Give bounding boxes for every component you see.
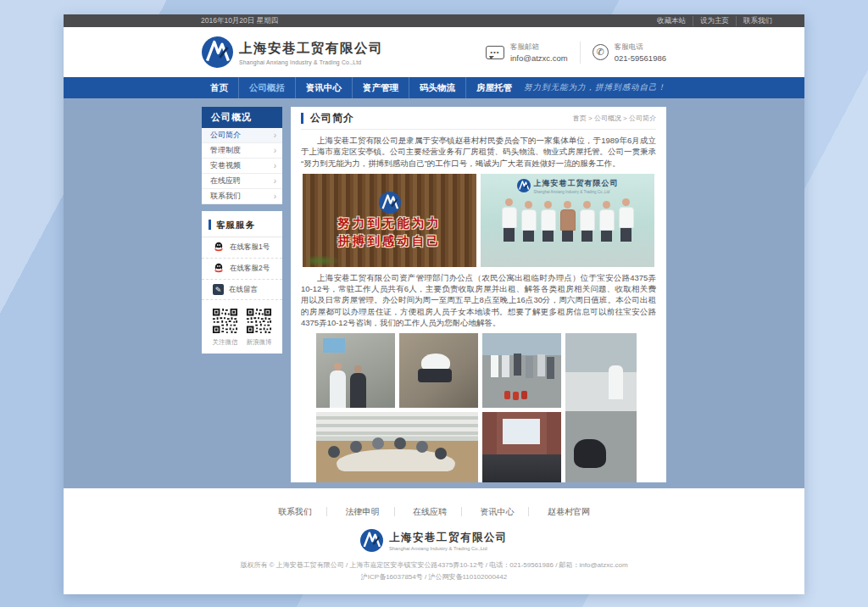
nav-item-logistics[interactable]: 码头物流: [409, 77, 466, 98]
company-logo-icon: [202, 36, 233, 68]
service-label: 在线客服1号: [230, 242, 270, 253]
motto-line-1: 努力到无能为力: [337, 215, 442, 231]
company-logo-icon: [360, 529, 383, 552]
footer-links: 联系我们 法律申明 在线应聘 资讯中心 赵巷村官网: [64, 503, 804, 518]
page-title: 公司简介: [301, 113, 354, 124]
banner-motto-image: 努力到无能为力 拼搏到感动自己: [303, 174, 476, 267]
qr-label-weibo: 新浪微博: [247, 338, 272, 347]
intro-paragraph-2: 上海安巷工贸有限公司资产管理部门办公点（农民公寓出租临时办理点）位于宝安公路43…: [301, 272, 656, 328]
company-name: 上海安巷工贸有限公司: [239, 40, 383, 58]
person-figure: [521, 201, 537, 242]
company-logo-icon: [379, 192, 401, 214]
header: 上海安巷工贸有限公司 Shanghai Anxiang Industry & T…: [64, 27, 804, 77]
team-figures: [502, 198, 634, 242]
online-message[interactable]: ✎ 在线留言: [202, 280, 282, 300]
wechat-qr-code: [212, 308, 238, 334]
phone-value: 021-59561986: [615, 53, 666, 63]
person-figure: [560, 201, 576, 242]
nav-item-assets[interactable]: 资产管理: [353, 77, 409, 98]
photo-meeting-room: [316, 412, 478, 482]
footer-link-contact[interactable]: 联系我们: [264, 507, 327, 516]
qr-codes: 关注微信 新浪微博: [202, 300, 282, 347]
photo-training-room: [482, 412, 561, 482]
banner-company-name-en: Shanghai Anxiang Industry & Trading Co.,…: [534, 190, 619, 194]
topbar-link-homepage[interactable]: 设为主页: [693, 16, 737, 26]
service-label: 在线客服2号: [230, 264, 270, 274]
contact-divider: [580, 42, 581, 64]
photo-outdoor-repair: [565, 333, 637, 482]
topbar-link-contact[interactable]: 联系我们: [737, 16, 772, 26]
date-text: 2016年10月20日 星期四: [201, 16, 278, 26]
nav-item-company[interactable]: 公司概括: [239, 77, 296, 98]
sidebar-item-contact[interactable]: 联系我们: [202, 189, 282, 204]
person-figure: [580, 201, 595, 242]
nav-slogan: 努力到无能为力，拼搏到感动自己！: [524, 82, 666, 93]
footer-brand: 上海安巷工贸有限公司 Shanghai Anxiang Industry & T…: [64, 529, 804, 552]
photo-ground-work: [399, 333, 478, 408]
online-service-1[interactable]: 在线客服1号: [202, 237, 282, 259]
brand-logo[interactable]: 上海安巷工贸有限公司 Shanghai Anxiang Industry & T…: [202, 36, 383, 68]
nav-item-news[interactable]: 资讯中心: [296, 77, 353, 98]
sidebar-menu: 公司简介 管理制度 安巷视频 在线应聘 联系我们: [202, 128, 282, 204]
photo-fire-drill: [482, 333, 561, 408]
main-content: 公司简介 首页 > 公司概况 > 公司简介 上海安巷工贸有限公司是隶属于安亭镇赵…: [291, 107, 666, 482]
intro-paragraph-1: 上海安巷工贸有限公司是隶属于安亭镇赵巷村村民委员会下的一家集体单位，于1989年…: [301, 135, 656, 169]
email-value: info@atzxc.com: [510, 53, 568, 63]
service-label: 在线留言: [229, 285, 258, 295]
photo-collage: [316, 333, 641, 482]
email-label: 客服邮箱: [510, 42, 568, 53]
breadcrumb: 首页 > 公司概况 > 公司简介: [573, 114, 656, 123]
email-contact: ••• 客服邮箱 info@atzxc.com: [486, 42, 568, 63]
sidebar-item-intro[interactable]: 公司简介: [202, 128, 282, 143]
footer-company-name: 上海安巷工贸有限公司: [389, 531, 508, 545]
person-figure: [541, 201, 556, 242]
phone-icon: ✆: [593, 44, 609, 60]
copyright-line: 版权所有 © 上海安巷工贸有限公司 / 上海市嘉定区安亭镇宝安公路4375弄10…: [64, 560, 804, 571]
photo-notice-posting: [316, 333, 395, 408]
topbar-link-favorite[interactable]: 收藏本站: [650, 16, 693, 26]
person-figure: [619, 198, 634, 242]
online-service-2[interactable]: 在线客服2号: [202, 259, 282, 280]
company-name-en: Shanghai Anxiang Industry & Trading Co.,…: [239, 59, 383, 65]
banner-company-name: 上海安巷工贸有限公司: [534, 178, 619, 189]
footer-link-news[interactable]: 资讯中心: [465, 507, 529, 516]
weibo-qr-code: [246, 308, 272, 334]
footer-link-jobs[interactable]: 在线应聘: [398, 507, 462, 516]
banner-images: 努力到无能为力 拼搏到感动自己 上海安巷工贸有限公司 Shanghai Anxi…: [303, 174, 654, 267]
sidebar-item-rules[interactable]: 管理制度: [202, 143, 282, 159]
topbar: 2016年10月20日 星期四 收藏本站 设为主页 联系我们: [64, 14, 804, 27]
company-logo-icon: [517, 179, 531, 192]
sidebar-section-title: 公司概况: [202, 107, 282, 128]
site-card: 2016年10月20日 星期四 收藏本站 设为主页 联系我们 上海安巷工贸有限公…: [64, 14, 804, 593]
nav-item-housing[interactable]: 房屋托管: [466, 77, 522, 98]
service-card: 客服服务 在线客服1号 在线客服2号 ✎ 在线留言: [202, 211, 282, 354]
footer-company-name-en: Shanghai Anxiang Industry & Trading Co.,…: [389, 546, 508, 551]
phone-label: 客服电话: [615, 42, 666, 53]
motto-line-2: 拼搏到感动自己: [337, 233, 442, 249]
company-menu-card: 公司概况 公司简介 管理制度 安巷视频 在线应聘 联系我们: [202, 107, 282, 204]
topbar-links: 收藏本站 设为主页 联系我们: [650, 16, 772, 26]
sidebar-item-video[interactable]: 安巷视频: [202, 159, 282, 174]
mail-bubble-icon: •••: [486, 46, 504, 59]
phone-contact: ✆ 客服电话 021-59561986: [593, 42, 666, 63]
footer-link-village-site[interactable]: 赵巷村官网: [533, 507, 604, 516]
message-pencil-icon: ✎: [213, 284, 224, 295]
sidebar: 公司概况 公司简介 管理制度 安巷视频 在线应聘 联系我们 客服服务: [202, 107, 282, 482]
icp-line: 沪ICP备16037854号 / 沪公网安备110102000442: [64, 571, 804, 583]
header-contacts: ••• 客服邮箱 info@atzxc.com ✆ 客服电话 021-59561…: [486, 42, 666, 64]
content-band: 公司概况 公司简介 管理制度 安巷视频 在线应聘 联系我们 客服服务: [64, 98, 804, 488]
footer: 联系我们 法律申明 在线应聘 资讯中心 赵巷村官网 上海安巷工贸有限公司 Sha…: [64, 488, 804, 594]
qq-icon: [213, 242, 225, 253]
service-section-title: 客服服务: [209, 220, 255, 230]
qr-label-wechat: 关注微信: [213, 338, 238, 347]
main-nav: 首页 公司概括 资讯中心 资产管理 码头物流 房屋托管 努力到无能为力，拼搏到感…: [64, 77, 804, 98]
footer-link-legal[interactable]: 法律申明: [331, 507, 395, 516]
service-title-row: 客服服务: [202, 211, 282, 237]
nav-item-home[interactable]: 首页: [202, 77, 239, 98]
person-figure: [502, 198, 517, 242]
sidebar-item-jobs[interactable]: 在线应聘: [202, 174, 282, 189]
qq-icon: [213, 263, 225, 275]
person-figure: [599, 201, 615, 242]
banner-team-photo: 上海安巷工贸有限公司 Shanghai Anxiang Industry & T…: [481, 174, 654, 267]
